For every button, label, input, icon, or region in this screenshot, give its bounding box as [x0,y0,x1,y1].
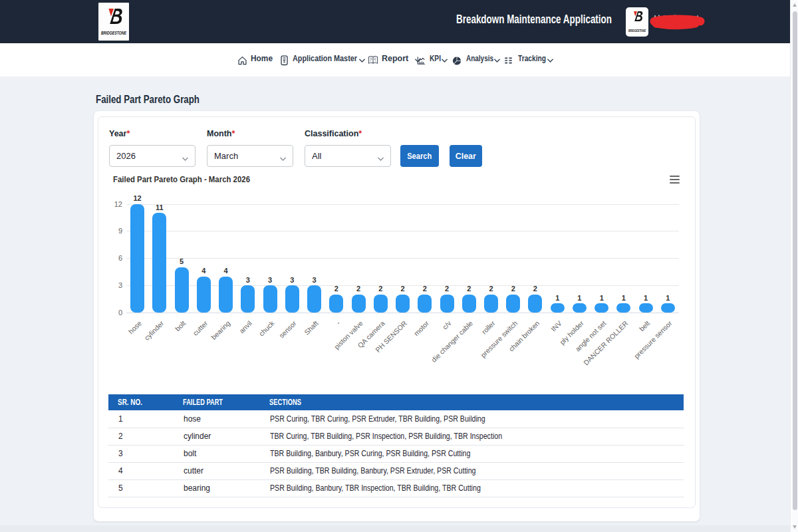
nav-item-label: Home [251,55,273,63]
bar-chain broken[interactable] [528,295,542,313]
search-button-label: Search [408,151,432,161]
analysis-pie-icon [453,57,461,65]
chevron-down-icon [182,154,189,164]
bar--[interactable] [329,295,343,313]
required-asterisk: * [231,129,235,138]
scrollbar-thumb[interactable] [793,11,797,510]
bar-cylinder[interactable] [152,213,166,313]
main-navbar: HomeApplication MasterReportKPIAnalysisT… [0,43,790,76]
required-asterisk: * [358,129,362,138]
table-header-row: SR. NO.FAILED PARTSECTIONS [108,394,684,410]
bar-anvil[interactable] [241,285,255,313]
bar-ply holder[interactable] [573,303,587,313]
scrollbar-up-arrow[interactable] [793,3,797,7]
table-header-sr-no: SR. NO. [108,394,174,410]
bridgestone-wordmark: BRIDGESTONE [628,27,646,33]
table-row: 2cylinderTBR Curing, TBR Building, PSR I… [108,428,684,445]
bar-hose[interactable] [130,204,144,313]
svg-text:BRIDGESTONE: BRIDGESTONE [101,31,126,35]
app-header: BRIDGESTONE Breakdown Maintenance Applic… [0,0,790,43]
classification-select[interactable]: All [305,145,391,167]
bar-bearing[interactable] [219,277,233,313]
bridgestone-logo: BRIDGESTONE [98,3,129,41]
chevron-down-icon [494,59,500,63]
bar-motor[interactable] [418,295,432,313]
year-select[interactable]: 2026 [109,145,196,167]
required-asterisk: * [126,129,130,138]
bar-angle not set[interactable] [595,303,608,313]
redaction-scribble [649,13,706,31]
home-icon [237,55,247,66]
kpi-graph-icon [417,56,426,65]
bridgestone-b-mark [104,7,124,26]
svg-text:BRIDGESTONE: BRIDGESTONE [628,29,646,33]
chart-title: Failed Part Pareto Graph - March 2026 [113,174,250,184]
page-title: Failed Part Pareto Graph [96,93,200,106]
year-label: Year* [109,129,130,138]
cell-sr-no: 4 [108,462,174,479]
bar-roller[interactable] [484,295,498,313]
bar-DANCER ROLLER[interactable] [616,303,630,313]
cell-failed-part: bolt [174,445,260,462]
month-select[interactable]: March [207,145,293,167]
tracking-list-icon [504,56,513,65]
cell-sr-no: 3 [108,445,174,462]
chevron-down-icon [442,59,448,63]
bar-pressure switch[interactable] [506,295,520,313]
table-row: 5bearingPSR Building, Banbury, TBR Inspe… [108,479,684,497]
nav-item-application-master[interactable]: Application Master [279,43,366,76]
bridgestone-wordmark: BRIDGESTONE [100,29,127,36]
bar-chuck[interactable] [263,285,277,313]
chart-context-menu-icon[interactable] [670,176,680,184]
cell-sr-no: 2 [108,428,174,445]
cell-failed-part: cutter [174,462,260,479]
cell-sections: PSR Curing, TBR Curing, PSR Extruder, TB… [260,410,684,428]
bar-Shaft[interactable] [307,285,321,313]
month-label: Month* [207,129,235,138]
year-select-value: 2026 [116,151,136,161]
bar-die changer cable[interactable] [462,295,476,313]
chevron-down-icon [547,59,553,63]
nav-item-kpi[interactable]: KPI [417,43,448,76]
cell-failed-part: bearing [174,479,260,497]
table-header-sections: SECTIONS [260,394,684,410]
bridgestone-logo-small: BRIDGESTONE [626,7,648,37]
table-row: 4cutterPSR Building, TBR Building, Banbu… [108,462,684,479]
table-row: 3boltTBR Building, Banbury, PSR Curing, … [108,445,684,462]
scrollbar-down-arrow[interactable] [793,525,797,529]
cell-failed-part: cylinder [174,428,260,445]
app-title: Breakdown Maintenance Application [456,13,612,27]
redacted-username [649,13,706,33]
chevron-down-icon [359,59,365,63]
bar-PH SENSOR[interactable] [396,295,410,313]
page-scrollbar[interactable] [790,0,798,532]
footer-strip [0,525,790,532]
cell-sections: PSR Building, Banbury, TBR Inspection, T… [260,479,684,497]
bar-QA camera[interactable] [374,295,388,313]
chevron-down-icon [279,154,287,164]
bar-cutter[interactable] [197,277,211,313]
chevron-down-icon [377,154,384,164]
cell-failed-part: hose [174,410,260,428]
bar-INV[interactable] [551,303,565,313]
nav-item-analysis[interactable]: Analysis [453,43,501,76]
bar-bolt[interactable] [175,267,189,313]
clear-button[interactable]: Clear [450,145,482,167]
cell-sr-no: 1 [108,410,174,428]
nav-item-label: Analysis [466,55,493,63]
cell-sections: PSR Building, TBR Building, Banbury, PSR… [260,462,684,479]
nav-item-tracking[interactable]: Tracking [504,43,554,76]
nav-item-home[interactable]: Home [237,43,273,76]
bar-piston valve[interactable] [352,295,366,313]
clear-button-label: Clear [456,151,476,161]
device-icon [279,55,289,66]
nav-item-label: Tracking [518,55,546,63]
bar-sensor[interactable] [285,285,299,313]
bar-belt[interactable] [639,303,653,313]
bar-c/v[interactable] [440,295,454,313]
search-button[interactable]: Search [400,145,439,167]
nav-item-report[interactable]: Report [368,43,422,76]
report-book-icon [368,55,378,65]
nav-items: HomeApplication MasterReportKPIAnalysisT… [0,43,790,76]
bar-pressure sensor[interactable] [661,303,675,313]
